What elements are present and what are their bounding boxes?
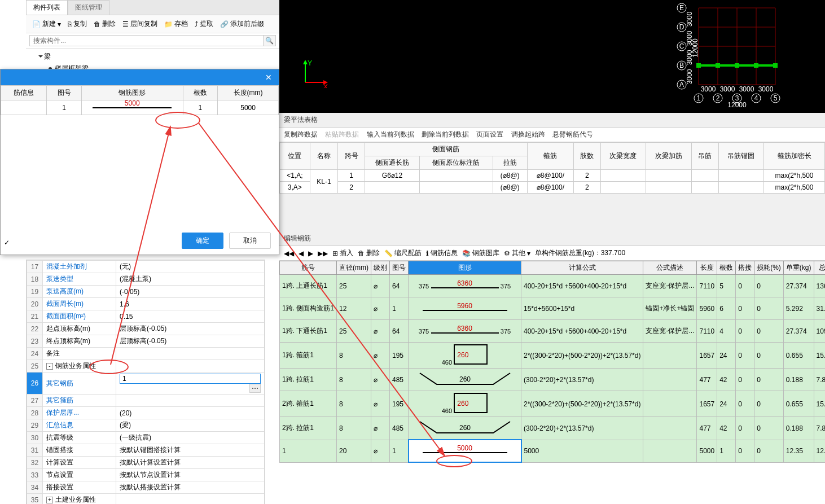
prop-row[interactable]: 25-钢筋业务属性: [27, 360, 265, 372]
tab-drawing-mgmt[interactable]: 图纸管理: [68, 0, 109, 15]
rebar-row[interactable]: 2跨. 箍筋18⌀195460 2602*((300-2*20)+(500-2*…: [280, 391, 826, 417]
rebar-row[interactable]: 2跨. 拉筋18⌀485260(300-2*20)+2*(13.57*d)477…: [280, 417, 826, 440]
shape-cell[interactable]: 375 6360 375: [409, 320, 521, 343]
svg-text:2: 2: [716, 94, 720, 102]
dialog-titlebar[interactable]: ✕: [1, 69, 279, 85]
rebar-row[interactable]: 1跨. 侧面构造筋112⌀1596015*d+5600+15*d锚固+净长+锚固…: [280, 297, 826, 320]
cantilever-btn[interactable]: 悬臂钢筋代号: [552, 130, 593, 138]
delete-icon: 🗑: [94, 20, 100, 28]
nav-next[interactable]: ▶: [308, 249, 313, 257]
prop-row[interactable]: 32计算设置按默认计算设置计算: [27, 457, 265, 469]
add-prefix-suffix-button[interactable]: 🔗添加前后缀: [217, 17, 267, 30]
scale-btn[interactable]: 📏缩尺配筋: [384, 248, 422, 258]
input-col-btn[interactable]: 输入当前列数据: [367, 130, 414, 138]
insert-btn[interactable]: ⊞插入: [332, 248, 353, 258]
copy-span-btn[interactable]: 复制跨数据: [284, 130, 318, 138]
copy-icon: ⎘: [68, 20, 72, 28]
col-shape-no[interactable]: 图号: [47, 86, 81, 100]
svg-text:3000: 3000: [701, 85, 716, 93]
prop-row[interactable]: 21截面面积(m²)0.15: [27, 310, 265, 323]
prop-row[interactable]: 30抗震等级(一级抗震): [27, 432, 265, 444]
prop-row[interactable]: 33节点设置按默认节点设置计算: [27, 469, 265, 481]
archive-button[interactable]: 📁存档: [161, 17, 191, 30]
info-btn[interactable]: ℹ钢筋信息: [426, 248, 458, 258]
prop-value-input[interactable]: [120, 374, 261, 384]
search-button[interactable]: 🔍: [264, 35, 276, 46]
shape-cell[interactable]: 460 260: [409, 391, 521, 417]
prop-row[interactable]: 17混凝土外加剂(无): [27, 261, 265, 273]
svg-text:12000: 12000: [691, 38, 699, 58]
prop-row[interactable]: 18泵送类型(混凝土泵): [27, 273, 265, 286]
svg-text:1: 1: [697, 94, 701, 102]
col-count[interactable]: 根数: [183, 86, 217, 100]
tree-node-beam[interactable]: 梁: [32, 51, 274, 63]
ellipsis-button[interactable]: ⋯: [249, 384, 261, 393]
shape-cell[interactable]: 5960: [409, 297, 521, 320]
svg-text:Y: Y: [308, 60, 312, 67]
cad-viewport[interactable]: Y X ABCDE1234530003000300030001200030003…: [279, 0, 825, 113]
prop-row[interactable]: 34搭接设置按默认搭接设置计算: [27, 481, 265, 494]
beam-row[interactable]: 3,A>2(⌀8@)⌀8@100/2max(2*h,500: [280, 182, 825, 194]
rebar-row[interactable]: 1跨. 下通长筋125⌀64375 6360 375400-20+15*d +5…: [280, 320, 826, 343]
prop-row[interactable]: 27其它箍筋: [27, 395, 265, 407]
chevron-down-icon: ▾: [527, 249, 530, 257]
other-btn[interactable]: ⚙其他▾: [504, 248, 530, 258]
nav-last[interactable]: ▶▶: [318, 249, 328, 257]
rebar-row[interactable]: 1跨. 拉筋18⌀485260(300-2*20)+2*(13.57*d)477…: [280, 369, 826, 391]
prop-row[interactable]: 35+土建业务属性: [27, 494, 265, 505]
ok-button[interactable]: 确定: [182, 233, 223, 249]
rebar-detail-panel: 编辑钢筋 ◀◀ ◀ ▶ ▶▶ ⊞插入 🗑删除 📏缩尺配筋 ℹ钢筋信息 📚钢筋图库…: [279, 231, 825, 504]
adjust-start-btn[interactable]: 调换起始跨: [511, 130, 545, 138]
library-btn[interactable]: 📚钢筋图库: [462, 248, 499, 258]
expand-icon[interactable]: -: [46, 363, 53, 370]
prop-row[interactable]: 23终点顶标高(m)层顶标高(-0.05): [27, 335, 265, 348]
prop-row[interactable]: 24备注: [27, 348, 265, 360]
shape-cell[interactable]: 375 6360 375: [409, 275, 521, 297]
ruler-icon: 📏: [384, 249, 393, 257]
rebar-table: 筋号 直径(mm) 级别 图号 图形 计算公式 公式描述 长度 根数 搭接 损耗…: [279, 261, 825, 463]
col-info[interactable]: 筋信息: [1, 86, 47, 100]
prop-row[interactable]: 31锚固搭接按默认锚固搭接计算: [27, 444, 265, 457]
prop-row[interactable]: 28保护层厚...(20): [27, 407, 265, 419]
new-button[interactable]: 📄新建▾: [29, 17, 64, 30]
prop-row[interactable]: 19泵送高度(m)(-0.05): [27, 286, 265, 298]
nav-first[interactable]: ◀◀: [284, 249, 294, 257]
layer-copy-button[interactable]: ☰层间复制: [120, 17, 160, 30]
extract-icon: ⤴: [195, 20, 198, 28]
prop-row[interactable]: 26其它钢筋⋯: [27, 372, 265, 395]
delete-button[interactable]: 🗑删除: [91, 17, 119, 30]
col-length[interactable]: 长度(mm): [218, 86, 279, 100]
cancel-button[interactable]: 取消: [229, 233, 271, 249]
shape-cell[interactable]: 5000: [409, 440, 521, 462]
svg-text:260: 260: [459, 375, 471, 383]
search-input[interactable]: [29, 35, 264, 46]
tab-component-list[interactable]: 构件列表: [26, 0, 68, 15]
new-icon: 📄: [32, 20, 41, 28]
svg-text:3000: 3000: [686, 11, 694, 27]
nav-prev[interactable]: ◀: [299, 249, 304, 257]
dialog-check[interactable]: ✓: [4, 239, 10, 247]
shape-cell[interactable]: 260: [409, 417, 521, 440]
rebar-row[interactable]: 1跨. 上通长筋125⌀64375 6360 375400-20+15*d +5…: [280, 275, 826, 297]
svg-rect-20: [754, 63, 758, 68]
rebar-row[interactable]: 120⌀150005000500010012.3512.35: [280, 440, 826, 462]
beam-row[interactable]: <1,A;KL-11G6⌀12(⌀8@)⌀8@100/2max(2*h,500: [280, 170, 825, 182]
shape-cell[interactable]: 260: [409, 369, 521, 391]
dialog-row[interactable]: 1 5000 1 5000: [1, 100, 279, 115]
prop-row[interactable]: 22起点顶标高(m)层顶标高(-0.05): [27, 323, 265, 335]
prop-row[interactable]: 20截面周长(m)1.6: [27, 298, 265, 310]
paste-span-btn[interactable]: 粘贴跨数据: [325, 130, 359, 138]
page-set-btn[interactable]: 页面设置: [476, 130, 503, 138]
rebar-row[interactable]: 1跨. 箍筋18⌀195460 2602*((300-2*20)+(500-2*…: [280, 343, 826, 369]
svg-text:4: 4: [754, 94, 758, 102]
col-rebar-shape[interactable]: 钢筋图形: [81, 86, 183, 100]
prop-row[interactable]: 29汇总信息(梁): [27, 419, 265, 432]
expand-icon[interactable]: +: [46, 497, 53, 503]
copy-button[interactable]: ⎘复制: [65, 17, 90, 30]
svg-text:3000: 3000: [720, 85, 735, 93]
close-button[interactable]: ✕: [263, 73, 274, 82]
delete-btn[interactable]: 🗑删除: [358, 248, 380, 258]
del-col-btn[interactable]: 删除当前列数据: [422, 130, 469, 138]
shape-cell[interactable]: 460 260: [409, 343, 521, 369]
extract-button[interactable]: ⤴提取: [192, 17, 216, 30]
